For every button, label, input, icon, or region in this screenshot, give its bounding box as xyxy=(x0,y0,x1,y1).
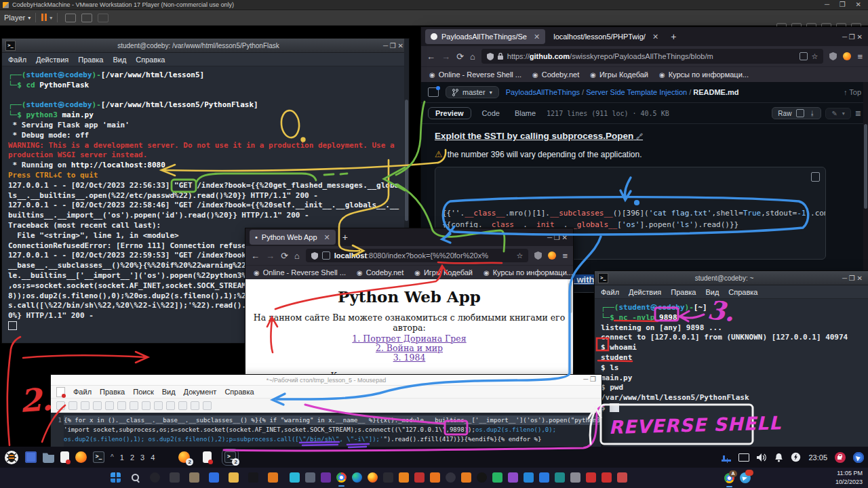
toolbar-icon[interactable] xyxy=(154,401,163,410)
menu-hamburger-icon[interactable]: ≡ xyxy=(857,52,863,62)
toolbar-icon[interactable] xyxy=(93,401,102,410)
kali-bug-menu-icon[interactable] xyxy=(4,450,19,465)
taskbar-app-icon[interactable] xyxy=(601,472,612,483)
menu-item[interactable]: Действия xyxy=(36,56,68,64)
taskbar-app-icon[interactable] xyxy=(321,472,331,483)
menu-item[interactable]: Поиск xyxy=(133,388,153,396)
book-link[interactable]: 2. Война и мир xyxy=(376,343,443,353)
back-to-top-link[interactable]: ↑ Top xyxy=(844,88,861,96)
tab-payloadsallthethings[interactable]: PayloadsAllTheThings/Se✕ xyxy=(425,29,545,44)
home-icon[interactable]: ⌂ xyxy=(470,52,475,62)
bookmark-item[interactable]: ◉Курсы по информаци... xyxy=(484,268,573,277)
ctrl-alt-del-icon[interactable] xyxy=(65,14,76,22)
sidebar-toggle-icon[interactable] xyxy=(428,87,439,97)
tracking-shield-icon[interactable] xyxy=(311,252,318,260)
taskbar-app-icon[interactable] xyxy=(130,472,140,483)
menu-item[interactable]: Правка xyxy=(78,56,103,64)
scrollbar[interactable] xyxy=(568,279,573,374)
taskbar-app-icon[interactable] xyxy=(352,472,362,483)
outline-icon[interactable]: ≣ xyxy=(855,109,861,118)
bookmark-star-icon[interactable]: ☆ xyxy=(812,52,818,61)
tab-code[interactable]: Code xyxy=(478,108,504,119)
window-controls[interactable]: ─ ❐ ✕ xyxy=(837,33,868,41)
scrollbar[interactable] xyxy=(863,82,868,293)
taskbar-app-icon[interactable] xyxy=(446,472,456,483)
firefox-launcher-icon[interactable] xyxy=(75,451,87,463)
reload-icon[interactable]: ⟳ xyxy=(281,251,288,261)
menu-item[interactable]: Вид xyxy=(162,388,176,396)
toolbar-icon[interactable] xyxy=(105,401,114,410)
bookmark-item[interactable]: ◉Курсы по информаци... xyxy=(659,70,749,79)
bookmark-item[interactable]: ◉Online - Reverse Shell ... xyxy=(254,268,346,277)
firefox-account-icon[interactable] xyxy=(548,251,556,260)
window-controls[interactable]: ─ ❐ ✕ xyxy=(542,234,573,241)
ublock-shield-icon[interactable] xyxy=(829,52,837,60)
panel-expand-icon[interactable]: ^ xyxy=(111,453,114,461)
taskbar-app-icon[interactable] xyxy=(461,472,471,483)
url-bar[interactable]: localhost:8080/index?book={%%20for%20x% … xyxy=(306,249,529,262)
taskbar-terminal-running[interactable]: >_2 xyxy=(224,451,236,463)
taskbar-app-icon[interactable] xyxy=(414,472,425,483)
back-icon[interactable]: ← xyxy=(251,251,260,261)
taskbar-app-icon[interactable] xyxy=(268,472,278,483)
taskbar-app-icon[interactable] xyxy=(229,472,239,483)
menu-item[interactable]: Файл xyxy=(8,56,26,64)
chrome-tray-icon[interactable]: A xyxy=(724,473,734,483)
reload-icon[interactable]: ⟳ xyxy=(456,52,464,62)
menu-item[interactable]: Документ xyxy=(184,388,217,396)
menu-item[interactable]: Файл xyxy=(601,288,619,296)
suspend-button[interactable] xyxy=(41,14,47,22)
new-tab-button[interactable]: + xyxy=(671,31,676,42)
close-tab-icon[interactable]: ✕ xyxy=(652,33,658,41)
toolbar-icon[interactable] xyxy=(166,401,175,410)
taskbar-app-icon[interactable] xyxy=(586,472,596,483)
notifications-bell-icon[interactable] xyxy=(774,453,783,462)
window-controls[interactable]: ─ ❐ xyxy=(578,375,601,383)
taskbar-app-icon[interactable] xyxy=(430,472,440,483)
url-bar[interactable]: https://github.com/swisskyrepo/PayloadsA… xyxy=(481,49,824,64)
menu-hamburger-icon[interactable]: ≡ xyxy=(562,251,568,261)
vm-clock[interactable]: 23:05 xyxy=(808,453,827,462)
tracking-shield-icon[interactable] xyxy=(487,53,494,60)
taskbar-app-icon[interactable] xyxy=(336,472,347,483)
tab-python-web-app[interactable]: • Python Web App✕ xyxy=(250,230,336,245)
raw-button[interactable]: Raw⭳ xyxy=(772,107,821,119)
ublock-shield-icon[interactable] xyxy=(534,251,542,260)
menu-item[interactable]: Вид xyxy=(705,288,719,296)
menu-item[interactable]: Правка xyxy=(671,288,696,296)
display-icon[interactable] xyxy=(738,453,749,462)
terminal-output[interactable]: ┌──(student㉿codeby)-[~]└─$ nc -nvlp 9898… xyxy=(595,299,868,448)
taskbar-app-icon[interactable] xyxy=(477,472,487,483)
bookmark-item[interactable]: ◉Codeby.net xyxy=(357,268,403,277)
reader-view-icon[interactable] xyxy=(800,52,808,60)
taskbar-app-icon[interactable] xyxy=(383,472,393,483)
branch-selector[interactable]: master ▾ xyxy=(446,86,499,98)
terminal-titlebar[interactable]: >_ student@codeby: /var/www/html/lesson5… xyxy=(2,39,409,53)
taskbar-app-icon[interactable] xyxy=(524,472,534,483)
toolbar-icon[interactable] xyxy=(130,401,138,410)
taskbar-app-icon[interactable] xyxy=(570,472,580,483)
text-editor-icon[interactable] xyxy=(60,451,69,463)
file-manager-icon[interactable] xyxy=(43,451,54,463)
player-menu-caret-icon[interactable]: ▾ xyxy=(28,15,31,21)
bookmark-star-icon[interactable]: ☆ xyxy=(517,251,524,260)
taskbar-app-icon[interactable] xyxy=(189,472,199,483)
tab-blame[interactable]: Blame xyxy=(511,108,540,119)
telegram-tray-icon[interactable] xyxy=(740,472,751,483)
copy-icon[interactable] xyxy=(796,109,804,117)
taskbar-mousepad-running[interactable] xyxy=(203,451,212,463)
toolbar-icon[interactable] xyxy=(178,401,187,410)
taskbar-app-icon[interactable] xyxy=(555,472,565,483)
bookmark-item[interactable]: ◉Online - Reverse Shell ... xyxy=(429,70,521,79)
toolbar-icon[interactable] xyxy=(191,401,199,410)
home-icon[interactable]: ⌂ xyxy=(294,251,300,261)
book-link[interactable]: 3. 1984 xyxy=(393,352,426,363)
taskbar-app-icon[interactable] xyxy=(617,472,627,483)
breadcrumb-dir-link[interactable]: Server Side Template Injection xyxy=(586,88,687,96)
menu-item[interactable]: Файл xyxy=(73,388,92,396)
toolbar-icon[interactable] xyxy=(68,401,77,410)
new-tab-button[interactable]: + xyxy=(342,232,348,243)
mousepad-titlebar[interactable]: *~/Рабочий стол/tmp_lesson_5 - Mousepad … xyxy=(51,375,601,386)
anchor-link-icon[interactable]: 🔗︎ xyxy=(636,133,643,140)
bookmark-item[interactable]: ◉Игры Кодебай xyxy=(414,268,473,277)
